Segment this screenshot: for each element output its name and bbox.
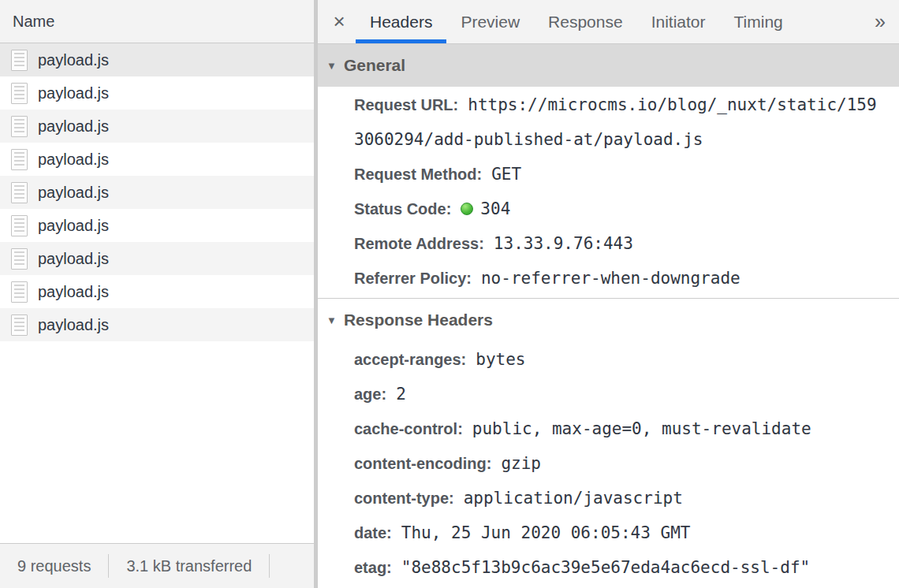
request-row[interactable]: payload.js xyxy=(0,308,314,341)
header-field-age: age:2 xyxy=(354,377,878,411)
field-label: date: xyxy=(354,524,392,541)
request-name: payload.js xyxy=(38,51,109,69)
section-response-headers-header[interactable]: ▼ Response Headers xyxy=(318,299,899,341)
header-field-content-encoding: content-encoding:gzip xyxy=(354,446,878,481)
field-value: 2 xyxy=(396,385,406,404)
request-list-panel: Name payload.js payload.js payload.js pa… xyxy=(0,0,314,588)
request-row[interactable]: payload.js xyxy=(0,43,314,76)
field-label: cache-control: xyxy=(354,420,463,437)
requests-count: 9 requests xyxy=(0,557,108,575)
request-name: payload.js xyxy=(38,117,109,136)
status-green-dot-icon xyxy=(461,203,473,215)
script-file-icon xyxy=(11,83,28,104)
name-column-label: Name xyxy=(13,13,54,31)
script-file-icon xyxy=(11,116,28,137)
request-name: payload.js xyxy=(38,184,109,202)
transferred-size: 3.1 kB transferred xyxy=(109,557,269,575)
request-name: payload.js xyxy=(38,283,109,301)
section-title: Response Headers xyxy=(344,311,493,329)
request-name: payload.js xyxy=(38,217,109,235)
request-name: payload.js xyxy=(38,84,109,102)
header-field-referrer-policy: Referrer Policy:no-referrer-when-downgra… xyxy=(354,261,878,296)
field-value: 304 xyxy=(480,199,510,218)
tab-response[interactable]: Response xyxy=(534,0,637,43)
request-name: payload.js xyxy=(38,250,109,268)
field-value: "8e88c5f13b9c6ac39e5e67eda4ac6ecd-ssl-df… xyxy=(401,558,810,577)
headers-content: ▼ General Request URL:https://microcms.i… xyxy=(318,44,899,588)
header-field-remote-address: Remote Address:13.33.9.76:443 xyxy=(354,226,878,261)
close-icon[interactable]: × xyxy=(323,0,356,43)
detail-tabbar: × Headers Preview Response Initiator Tim… xyxy=(318,0,899,44)
field-value: application/javascript xyxy=(464,489,683,508)
request-detail-panel: × Headers Preview Response Initiator Tim… xyxy=(318,0,899,588)
script-file-icon xyxy=(11,215,28,236)
name-column-header[interactable]: Name xyxy=(0,0,314,43)
section-title: General xyxy=(344,56,405,75)
header-field-request-method: Request Method:GET xyxy=(354,157,878,192)
script-file-icon xyxy=(11,182,28,203)
request-name: payload.js xyxy=(38,316,109,334)
field-label: content-type: xyxy=(354,489,454,507)
header-field-status-code: Status Code:304 xyxy=(354,192,878,226)
field-value: public, max-age=0, must-revalidate xyxy=(472,419,811,438)
request-row[interactable]: payload.js xyxy=(0,242,314,275)
header-field-request-url: Request URL:https://microcms.io/blog/_nu… xyxy=(354,87,878,157)
header-field-content-type: content-type:application/javascript xyxy=(354,481,878,515)
tab-preview[interactable]: Preview xyxy=(446,0,534,43)
script-file-icon xyxy=(11,314,28,336)
request-row[interactable]: payload.js xyxy=(0,275,314,308)
network-summary-bar: 9 requests 3.1 kB transferred xyxy=(0,543,314,588)
section-general-header[interactable]: ▼ General xyxy=(318,44,899,87)
field-label: Status Code: xyxy=(354,200,451,218)
header-field-accept-ranges: accept-ranges:bytes xyxy=(354,342,878,377)
request-row[interactable]: payload.js xyxy=(0,76,314,110)
footer-divider xyxy=(269,554,270,578)
field-label: Request URL: xyxy=(354,96,458,114)
field-label: accept-ranges: xyxy=(354,351,466,368)
field-value: Thu, 25 Jun 2020 06:05:43 GMT xyxy=(401,523,691,542)
field-value: 13.33.9.76:443 xyxy=(494,234,633,253)
tab-headers[interactable]: Headers xyxy=(356,0,446,43)
request-row[interactable]: payload.js xyxy=(0,110,314,143)
header-field-etag: etag:"8e88c5f13b9c6ac39e5e67eda4ac6ecd-s… xyxy=(354,550,878,585)
script-file-icon xyxy=(11,149,28,170)
devtools-network-panel: Name payload.js payload.js payload.js pa… xyxy=(0,0,899,588)
disclosure-triangle-icon: ▼ xyxy=(326,314,337,326)
field-label: content-encoding: xyxy=(354,455,491,472)
header-field-cache-control: cache-control:public, max-age=0, must-re… xyxy=(354,411,878,446)
field-label: age: xyxy=(354,385,386,403)
script-file-icon xyxy=(11,281,28,303)
script-file-icon xyxy=(11,248,28,270)
more-tabs-icon[interactable]: » xyxy=(861,0,899,43)
field-label: Remote Address: xyxy=(354,235,484,252)
general-fields: Request URL:https://microcms.io/blog/_nu… xyxy=(318,87,899,298)
request-row[interactable]: payload.js xyxy=(0,209,314,242)
request-name: payload.js xyxy=(38,151,109,169)
field-value: bytes xyxy=(476,350,525,369)
field-value: gzip xyxy=(501,454,541,473)
script-file-icon xyxy=(11,50,28,71)
header-field-date: date:Thu, 25 Jun 2020 06:05:43 GMT xyxy=(354,515,878,550)
field-label: Request Method: xyxy=(354,166,482,183)
request-row[interactable]: payload.js xyxy=(0,176,314,209)
disclosure-triangle-icon: ▼ xyxy=(326,60,337,72)
field-value: GET xyxy=(491,165,521,184)
section-general: ▼ General Request URL:https://microcms.i… xyxy=(318,44,899,298)
response-header-fields: accept-ranges:bytes age:2 cache-control:… xyxy=(318,341,899,587)
request-row[interactable]: payload.js xyxy=(0,143,314,176)
field-value: no-referrer-when-downgrade xyxy=(481,269,740,288)
tab-timing[interactable]: Timing xyxy=(720,0,797,43)
request-rows: payload.js payload.js payload.js payload… xyxy=(0,43,314,543)
tab-initiator[interactable]: Initiator xyxy=(637,0,720,43)
section-response-headers: ▼ Response Headers accept-ranges:bytes a… xyxy=(318,298,899,587)
field-label: Referrer Policy: xyxy=(354,270,472,287)
field-label: etag: xyxy=(354,559,392,576)
